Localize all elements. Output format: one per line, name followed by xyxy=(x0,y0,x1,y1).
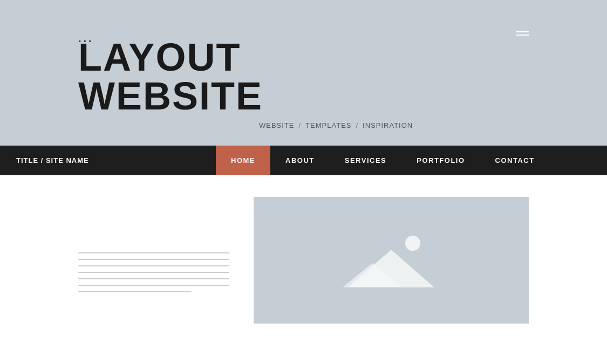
text-line-3 xyxy=(78,265,229,266)
breadcrumb-item-inspiration[interactable]: INSPIRATION xyxy=(363,121,413,129)
nav-brand: TITLE / SITE NAME xyxy=(0,146,216,175)
breadcrumb-separator-1: / xyxy=(299,121,302,129)
text-line-1 xyxy=(78,252,229,253)
nav-item-about[interactable]: ABOUT xyxy=(270,146,330,175)
text-line-7 xyxy=(78,291,192,292)
breadcrumb-separator-2: / xyxy=(356,121,358,129)
nav-item-portfolio[interactable]: PORTFOLIO xyxy=(401,146,480,175)
breadcrumb-item-templates[interactable]: TEMPLATES xyxy=(305,121,351,129)
text-content xyxy=(78,197,232,342)
hamburger-bar-1 xyxy=(516,31,529,32)
logo-line1: LAYOUT xyxy=(78,38,263,77)
nav-item-contact[interactable]: CONTACT xyxy=(480,146,550,175)
text-line-2 xyxy=(78,259,229,260)
navigation-bar: TITLE / SITE NAME HOME ABOUT SERVICES PO… xyxy=(0,146,607,175)
mountain-icon xyxy=(343,228,440,293)
nav-items: HOME ABOUT SERVICES PORTFOLIO CONTACT xyxy=(216,146,607,175)
text-line-6 xyxy=(78,285,229,286)
breadcrumb: WEBSITE / TEMPLATES / INSPIRATION xyxy=(259,121,413,129)
logo-line2: WEBSITE xyxy=(78,77,263,115)
nav-item-services[interactable]: SERVICES xyxy=(330,146,402,175)
logo: LAYOUT WEBSITE xyxy=(78,38,263,115)
hamburger-bar-2 xyxy=(516,35,529,36)
text-line-5 xyxy=(78,278,229,279)
hamburger-menu-button[interactable] xyxy=(516,31,529,36)
nav-item-home[interactable]: HOME xyxy=(216,146,270,175)
text-lines xyxy=(78,252,229,292)
main-content xyxy=(0,175,607,364)
svg-point-0 xyxy=(405,236,420,251)
image-placeholder xyxy=(254,197,529,324)
text-line-4 xyxy=(78,272,229,273)
header-area: ... LAYOUT WEBSITE WEBSITE / TEMPLATES /… xyxy=(0,0,607,146)
breadcrumb-item-website[interactable]: WEBSITE xyxy=(259,121,295,129)
